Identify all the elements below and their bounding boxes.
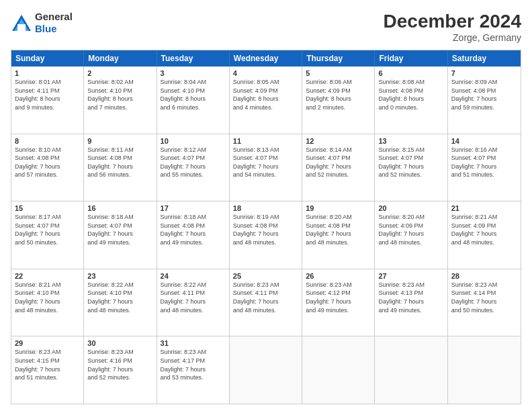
day-cell-12: 12Sunrise: 8:14 AMSunset: 4:07 PMDayligh…	[302, 134, 375, 201]
day-cell-4: 4Sunrise: 8:05 AMSunset: 4:09 PMDaylight…	[230, 66, 302, 134]
day-number: 8	[15, 137, 80, 145]
day-number: 15	[15, 204, 80, 212]
day-cell-22: 22Sunrise: 8:21 AMSunset: 4:10 PMDayligh…	[11, 269, 84, 336]
day-of-week-thursday: Thursday	[302, 50, 375, 66]
day-number: 11	[233, 137, 298, 145]
day-of-week-wednesday: Wednesday	[230, 50, 302, 66]
week-row-4: 22Sunrise: 8:21 AMSunset: 4:10 PMDayligh…	[11, 269, 521, 336]
day-number: 19	[306, 204, 371, 212]
logo: General Blue	[11, 11, 73, 35]
day-number: 10	[161, 137, 226, 145]
day-number: 25	[233, 272, 298, 280]
day-info: Sunrise: 8:12 AMSunset: 4:07 PMDaylight:…	[161, 146, 226, 179]
day-cell-25: 25Sunrise: 8:23 AMSunset: 4:11 PMDayligh…	[230, 269, 302, 336]
empty-cell	[302, 336, 375, 404]
day-info: Sunrise: 8:22 AMSunset: 4:10 PMDaylight:…	[87, 281, 152, 314]
day-cell-18: 18Sunrise: 8:19 AMSunset: 4:08 PMDayligh…	[230, 201, 302, 269]
day-of-week-tuesday: Tuesday	[157, 50, 230, 66]
day-cell-1: 1Sunrise: 8:01 AMSunset: 4:11 PMDaylight…	[11, 66, 84, 134]
day-info: Sunrise: 8:21 AMSunset: 4:09 PMDaylight:…	[451, 213, 517, 246]
day-number: 28	[451, 272, 517, 280]
week-row-2: 8Sunrise: 8:10 AMSunset: 4:08 PMDaylight…	[11, 134, 521, 201]
day-number: 6	[378, 69, 443, 77]
day-info: Sunrise: 8:22 AMSunset: 4:11 PMDaylight:…	[161, 281, 226, 314]
day-number: 14	[451, 137, 517, 145]
day-info: Sunrise: 8:01 AMSunset: 4:11 PMDaylight:…	[15, 78, 80, 111]
day-number: 16	[87, 204, 152, 212]
day-cell-5: 5Sunrise: 8:06 AMSunset: 4:09 PMDaylight…	[302, 66, 375, 134]
logo-icon	[11, 13, 32, 32]
day-info: Sunrise: 8:09 AMSunset: 4:08 PMDaylight:…	[451, 78, 517, 111]
day-info: Sunrise: 8:17 AMSunset: 4:07 PMDaylight:…	[15, 213, 80, 246]
day-of-week-saturday: Saturday	[448, 50, 521, 66]
day-cell-15: 15Sunrise: 8:17 AMSunset: 4:07 PMDayligh…	[11, 201, 84, 269]
day-info: Sunrise: 8:18 AMSunset: 4:07 PMDaylight:…	[87, 213, 152, 246]
day-number: 4	[233, 69, 298, 77]
day-number: 23	[87, 272, 152, 280]
day-cell-3: 3Sunrise: 8:04 AMSunset: 4:10 PMDaylight…	[157, 66, 230, 134]
day-number: 1	[15, 69, 80, 77]
day-info: Sunrise: 8:10 AMSunset: 4:08 PMDaylight:…	[15, 146, 80, 179]
empty-cell	[448, 336, 521, 404]
day-info: Sunrise: 8:23 AMSunset: 4:12 PMDaylight:…	[306, 281, 371, 314]
day-info: Sunrise: 8:06 AMSunset: 4:09 PMDaylight:…	[306, 78, 371, 111]
day-cell-23: 23Sunrise: 8:22 AMSunset: 4:10 PMDayligh…	[84, 269, 157, 336]
day-of-week-friday: Friday	[375, 50, 447, 66]
day-number: 26	[306, 272, 371, 280]
subtitle: Zorge, Germany	[384, 32, 521, 43]
svg-rect-2	[17, 24, 26, 31]
logo-text: General Blue	[35, 11, 73, 35]
day-number: 12	[306, 137, 371, 145]
header: General Blue December 2024 Zorge, German…	[11, 11, 521, 43]
day-cell-6: 6Sunrise: 8:08 AMSunset: 4:08 PMDaylight…	[375, 66, 447, 134]
day-cell-19: 19Sunrise: 8:20 AMSunset: 4:08 PMDayligh…	[302, 201, 375, 269]
day-cell-28: 28Sunrise: 8:23 AMSunset: 4:14 PMDayligh…	[448, 269, 521, 336]
calendar-body: 1Sunrise: 8:01 AMSunset: 4:11 PMDaylight…	[11, 66, 521, 404]
day-number: 7	[451, 69, 517, 77]
day-number: 22	[15, 272, 80, 280]
day-info: Sunrise: 8:15 AMSunset: 4:07 PMDaylight:…	[378, 146, 443, 179]
empty-cell	[375, 336, 447, 404]
day-cell-26: 26Sunrise: 8:23 AMSunset: 4:12 PMDayligh…	[302, 269, 375, 336]
day-info: Sunrise: 8:23 AMSunset: 4:16 PMDaylight:…	[87, 348, 152, 381]
day-info: Sunrise: 8:05 AMSunset: 4:09 PMDaylight:…	[233, 78, 298, 111]
day-cell-27: 27Sunrise: 8:23 AMSunset: 4:13 PMDayligh…	[375, 269, 447, 336]
day-number: 30	[87, 339, 152, 347]
day-cell-8: 8Sunrise: 8:10 AMSunset: 4:08 PMDaylight…	[11, 134, 84, 201]
calendar: SundayMondayTuesdayWednesdayThursdayFrid…	[11, 50, 521, 404]
day-number: 3	[161, 69, 226, 77]
week-row-5: 29Sunrise: 8:23 AMSunset: 4:15 PMDayligh…	[11, 336, 521, 404]
day-number: 20	[378, 204, 443, 212]
day-cell-21: 21Sunrise: 8:21 AMSunset: 4:09 PMDayligh…	[448, 201, 521, 269]
day-cell-11: 11Sunrise: 8:13 AMSunset: 4:07 PMDayligh…	[230, 134, 302, 201]
page: General Blue December 2024 Zorge, German…	[0, 0, 532, 411]
day-cell-31: 31Sunrise: 8:23 AMSunset: 4:17 PMDayligh…	[157, 336, 230, 404]
day-info: Sunrise: 8:19 AMSunset: 4:08 PMDaylight:…	[233, 213, 298, 246]
day-number: 18	[233, 204, 298, 212]
day-number: 9	[87, 137, 152, 145]
day-info: Sunrise: 8:02 AMSunset: 4:10 PMDaylight:…	[87, 78, 152, 111]
day-info: Sunrise: 8:20 AMSunset: 4:09 PMDaylight:…	[378, 213, 443, 246]
title-block: December 2024 Zorge, Germany	[384, 11, 521, 43]
day-number: 21	[451, 204, 517, 212]
week-row-1: 1Sunrise: 8:01 AMSunset: 4:11 PMDaylight…	[11, 66, 521, 134]
day-cell-24: 24Sunrise: 8:22 AMSunset: 4:11 PMDayligh…	[157, 269, 230, 336]
day-number: 24	[161, 272, 226, 280]
day-info: Sunrise: 8:08 AMSunset: 4:08 PMDaylight:…	[378, 78, 443, 111]
day-info: Sunrise: 8:04 AMSunset: 4:10 PMDaylight:…	[161, 78, 226, 111]
day-cell-9: 9Sunrise: 8:11 AMSunset: 4:08 PMDaylight…	[84, 134, 157, 201]
day-cell-7: 7Sunrise: 8:09 AMSunset: 4:08 PMDaylight…	[448, 66, 521, 134]
empty-cell	[230, 336, 302, 404]
day-number: 31	[161, 339, 226, 347]
day-number: 5	[306, 69, 371, 77]
day-info: Sunrise: 8:20 AMSunset: 4:08 PMDaylight:…	[306, 213, 371, 246]
day-cell-29: 29Sunrise: 8:23 AMSunset: 4:15 PMDayligh…	[11, 336, 84, 404]
main-title: December 2024	[384, 11, 521, 32]
day-cell-14: 14Sunrise: 8:16 AMSunset: 4:07 PMDayligh…	[448, 134, 521, 201]
day-cell-2: 2Sunrise: 8:02 AMSunset: 4:10 PMDaylight…	[84, 66, 157, 134]
day-info: Sunrise: 8:14 AMSunset: 4:07 PMDaylight:…	[306, 146, 371, 179]
day-cell-30: 30Sunrise: 8:23 AMSunset: 4:16 PMDayligh…	[84, 336, 157, 404]
day-info: Sunrise: 8:16 AMSunset: 4:07 PMDaylight:…	[451, 146, 517, 179]
day-number: 17	[161, 204, 226, 212]
day-of-week-monday: Monday	[84, 50, 157, 66]
